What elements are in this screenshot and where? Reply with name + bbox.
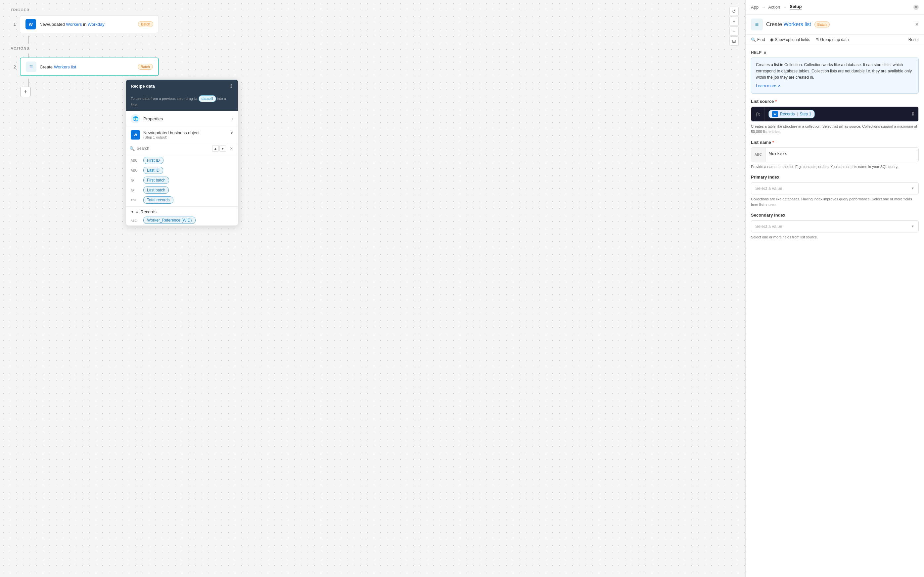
connector-3 — [28, 79, 29, 87]
workday-subtitle: (Step 1 output) — [143, 135, 227, 139]
step-1-card[interactable]: W New/updated Workers in Workday Batch — [20, 15, 159, 33]
datapill-example: datapill — [199, 95, 216, 102]
nav-action[interactable]: Action — [768, 5, 780, 10]
group-icon: ⊞ — [816, 37, 819, 42]
primary-index-hint: Collections are like databases. Having i… — [751, 197, 919, 207]
workday-info: New/updated business object (Step 1 outp… — [143, 130, 227, 139]
source-pill[interactable]: W Records | Step 1 — [769, 110, 815, 118]
list-source-label: List source * — [751, 99, 919, 104]
connector-1 — [28, 36, 29, 44]
records-section: ▼ ≡ Records ABC Worker_Reference (WID) — [126, 206, 238, 226]
properties-label: Properties — [143, 116, 163, 121]
pill-row-last-id: ABC Last ID — [131, 167, 233, 174]
trigger-label: TRIGGER — [11, 8, 735, 12]
step-1-text: New/updated Workers in Workday — [39, 22, 135, 27]
workday-pill-icon: W — [772, 111, 778, 117]
list-source-container: ƒx W Records | Step 1 ⇕ — [751, 106, 919, 122]
learn-more-link[interactable]: Learn more ↗ — [756, 83, 780, 89]
close-panel-button[interactable]: × — [913, 5, 919, 10]
list-source-section: List source * ƒx W Records | Step 1 ⇕ — [751, 99, 919, 135]
properties-item[interactable]: 🌐 Properties › — [126, 111, 238, 127]
properties-icon: 🌐 — [131, 114, 140, 123]
workday-icon: W — [26, 19, 36, 29]
add-step-button[interactable]: + — [20, 87, 31, 97]
first-batch-pill[interactable]: First batch — [143, 177, 169, 184]
nav-arrows: ▲ ▼ — [212, 145, 226, 152]
reset-button[interactable]: Reset — [908, 37, 919, 42]
step-1-row: 1 W New/updated Workers in Workday Batch — [11, 15, 735, 33]
group-map-button[interactable]: ⊞ Group map data — [816, 37, 849, 42]
help-toggle-button[interactable]: HELP ∧ — [751, 50, 919, 55]
list-source-inner[interactable]: ƒx W Records | Step 1 ⇕ — [751, 107, 918, 121]
list-name-input-container: ABC Workers — [751, 147, 919, 162]
total-records-pill[interactable]: Total records — [143, 197, 173, 204]
recipe-data-popup: Recipe data ⇕ To use data from a previou… — [126, 79, 238, 226]
find-button[interactable]: 🔍 Find — [751, 37, 765, 42]
secondary-index-arrow-icon: ▼ — [911, 224, 914, 228]
recipe-search-bar: 🔍 ▲ ▼ × — [126, 143, 238, 154]
nav-up-button[interactable]: ▲ — [212, 145, 219, 152]
primary-index-arrow-icon: ▼ — [911, 187, 914, 190]
nav-app[interactable]: App — [751, 5, 759, 10]
nav-sep-2: → — [783, 5, 787, 10]
workday-item[interactable]: W New/updated business object (Step 1 ou… — [126, 127, 238, 143]
records-list-icon: ≡ — [136, 209, 139, 214]
nav-down-button[interactable]: ▼ — [220, 145, 226, 152]
pill-records: Records — [780, 112, 795, 116]
pill-step: Step 1 — [800, 112, 811, 116]
abc-prefix: ABC — [751, 148, 766, 162]
pill-type-first-id: ABC — [131, 159, 141, 162]
recipe-search-input[interactable] — [137, 146, 210, 151]
first-id-pill[interactable]: First ID — [143, 157, 163, 164]
zoom-controls: ↺ + − ⊞ — [729, 6, 739, 46]
list-source-required: * — [775, 99, 777, 104]
panel-content: HELP ∧ Creates a list in Collection. Col… — [746, 45, 924, 577]
show-optional-button[interactable]: ◉ Show optional fields — [770, 37, 810, 42]
worker-reference-pill[interactable]: Worker_Reference (WID) — [143, 217, 195, 224]
panel-header: ≡ Create Workers list Batch × — [746, 15, 924, 35]
list-name-label: List name * — [751, 140, 919, 145]
pill-row-first-id: ABC First ID — [131, 157, 233, 164]
collection-icon: ≡ — [26, 61, 36, 72]
panel-close-icon[interactable]: × — [915, 21, 919, 28]
zoom-in-button[interactable]: + — [729, 16, 739, 26]
zoom-out-button[interactable]: − — [729, 26, 739, 36]
step-2-badge: Batch — [138, 64, 153, 70]
records-label: Records — [141, 209, 157, 214]
expand-source-button[interactable]: ⇕ — [908, 111, 918, 117]
last-batch-pill[interactable]: Last batch — [143, 187, 169, 194]
step-2-row: 2 ≡ Create Workers list Batch — [11, 58, 735, 76]
zoom-reset-button[interactable]: ↺ — [729, 6, 739, 16]
actions-label: ACTIONS — [11, 46, 735, 50]
recipe-expand-icon[interactable]: ⇕ — [229, 83, 233, 89]
panel-nav: App → Action → Setup × — [746, 0, 924, 15]
records-header: ▼ ≡ Records — [131, 209, 233, 214]
pill-type-total-records: 123 — [131, 198, 141, 202]
nav-sep-1: → — [761, 5, 766, 10]
fx-icon: ƒx — [751, 107, 764, 121]
search-icon: 🔍 — [129, 146, 135, 151]
panel-header-badge: Batch — [814, 21, 830, 27]
step-2-card[interactable]: ≡ Create Workers list Batch — [20, 58, 159, 76]
list-name-input[interactable]: Workers — [766, 148, 918, 162]
secondary-index-select[interactable]: Select a value ▼ — [751, 220, 919, 232]
records-collapse-icon[interactable]: ▼ — [131, 210, 134, 214]
secondary-index-label: Secondary index — [751, 213, 919, 218]
recipe-popup-desc: To use data from a previous step, drag i… — [126, 93, 238, 111]
source-pill-container: W Records | Step 1 — [764, 107, 908, 121]
step-2-text: Create Workers list — [40, 64, 134, 69]
pill-type-last-batch: ⊙ — [131, 188, 141, 192]
properties-arrow-icon: › — [232, 116, 233, 121]
nav-setup[interactable]: Setup — [790, 4, 801, 10]
primary-index-select[interactable]: Select a value ▼ — [751, 182, 919, 194]
zoom-fit-button[interactable]: ⊞ — [729, 36, 739, 46]
pill-type-first-batch: ⊙ — [131, 178, 141, 182]
help-text: Creates a list in Collection. Collection… — [756, 62, 914, 81]
workday-title: New/updated business object — [143, 130, 227, 135]
search-close-button[interactable]: × — [228, 145, 235, 152]
panel-header-icon: ≡ — [751, 19, 763, 31]
secondary-index-hint: Select one or more fields from list sour… — [751, 234, 919, 240]
list-source-hint: Creates a table like structure in a coll… — [751, 124, 919, 135]
workday-collapse-icon[interactable]: ∨ — [230, 130, 233, 135]
last-id-pill[interactable]: Last ID — [143, 167, 163, 174]
